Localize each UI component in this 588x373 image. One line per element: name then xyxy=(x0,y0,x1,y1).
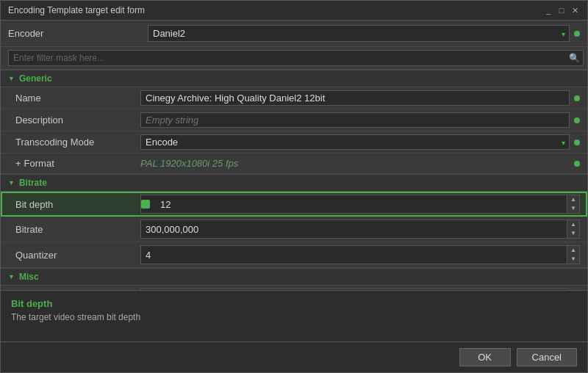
quantizer-label: Quantizer xyxy=(15,250,140,261)
quantizer-value: 4 xyxy=(141,248,567,262)
bitrate-increment-button[interactable]: ▲ xyxy=(567,220,579,229)
section-bitrate-label: Bitrate xyxy=(19,178,47,188)
section-generic[interactable]: ▼ Generic xyxy=(1,70,587,87)
quantizer-spinbox-buttons: ▲ ▼ xyxy=(567,246,579,264)
encoder-select-wrapper: Daniel2 ▾ xyxy=(148,25,570,42)
section-generic-triangle-icon: ▼ xyxy=(8,75,15,82)
quantizer-decrement-button[interactable]: ▼ xyxy=(567,255,579,264)
ok-button[interactable]: OK xyxy=(459,348,511,366)
info-title: Bit depth xyxy=(11,298,577,309)
quantizer-increment-button[interactable]: ▲ xyxy=(567,246,579,255)
minimize-button[interactable]: _ xyxy=(543,5,553,15)
filter-row: 🔍 xyxy=(1,47,587,70)
search-icon: 🔍 xyxy=(569,53,580,63)
name-row: Name xyxy=(1,87,587,109)
format-status-dot xyxy=(574,161,580,167)
format-row: + Format PAL 1920x1080i 25 fps xyxy=(1,153,587,174)
transcoding-mode-label: Transcoding Mode xyxy=(15,137,140,148)
bit-depth-row: Bit depth 12 ▲ ▼ xyxy=(1,192,587,217)
description-input[interactable] xyxy=(140,112,570,128)
close-button[interactable]: ✕ xyxy=(570,5,580,15)
section-misc[interactable]: ▼ Misc xyxy=(1,268,587,286)
section-misc-label: Misc xyxy=(19,272,39,282)
title-bar-controls: _ □ ✕ xyxy=(543,5,580,15)
name-status-dot xyxy=(574,95,580,101)
bit-depth-decrement-button[interactable]: ▼ xyxy=(567,204,579,213)
bitrate-decrement-button[interactable]: ▼ xyxy=(567,229,579,238)
name-input[interactable] xyxy=(140,90,570,106)
format-expand-icon[interactable]: + xyxy=(15,158,21,169)
bit-depth-spinbox: 12 ▲ ▼ xyxy=(140,195,580,214)
dialog-content: Encoder Daniel2 ▾ 🔍 ▼ Generic Name xyxy=(1,21,587,372)
dialog-title: Encoding Template target edit form xyxy=(8,5,145,15)
bitrate-spinbox-buttons: ▲ ▼ xyxy=(567,220,579,238)
bit-depth-label: Bit depth xyxy=(15,199,140,210)
transcoding-mode-status-dot xyxy=(574,140,580,145)
info-panel: Bit depth The target video stream bit de… xyxy=(1,290,587,341)
chroma-format-wrapper: Chroma422 ▾ xyxy=(140,289,570,290)
quantizer-spinbox: 4 ▲ ▼ xyxy=(140,245,580,264)
description-label: Description xyxy=(15,115,140,126)
bitrate-value: 300,000,000 xyxy=(141,222,567,236)
encoder-status-dot xyxy=(574,31,580,37)
bit-depth-increment-button[interactable]: ▲ xyxy=(567,195,579,204)
transcoding-mode-wrapper: Encode ▾ xyxy=(140,134,570,150)
bit-depth-spinbox-buttons: ▲ ▼ xyxy=(567,195,579,213)
dialog-footer: OK Cancel xyxy=(1,341,587,372)
section-misc-triangle-icon: ▼ xyxy=(8,273,15,280)
form-body: ▼ Generic Name Description Transcoding M… xyxy=(1,70,587,290)
description-status-dot xyxy=(574,117,580,123)
info-description: The target video stream bit depth xyxy=(11,312,577,322)
title-bar: Encoding Template target edit form _ □ ✕ xyxy=(1,1,587,21)
maximize-button[interactable]: □ xyxy=(556,5,567,15)
transcoding-mode-row: Transcoding Mode Encode ▾ xyxy=(1,131,587,153)
quantizer-row: Quantizer 4 ▲ ▼ xyxy=(1,242,587,268)
format-label-wrapper: + Format xyxy=(15,158,140,169)
name-label: Name xyxy=(15,93,140,104)
format-value: PAL 1920x1080i 25 fps xyxy=(140,158,570,169)
encoding-template-dialog: Encoding Template target edit form _ □ ✕… xyxy=(0,0,588,373)
section-bitrate-triangle-icon: ▼ xyxy=(8,179,15,186)
bit-depth-value: 12 xyxy=(156,198,567,211)
cancel-button[interactable]: Cancel xyxy=(517,348,577,366)
bit-depth-indicator xyxy=(141,200,150,209)
bitrate-spinbox: 300,000,000 ▲ ▼ xyxy=(140,220,580,239)
encoder-row: Encoder Daniel2 ▾ xyxy=(1,21,587,47)
transcoding-mode-select[interactable]: Encode xyxy=(140,134,570,150)
filter-input[interactable] xyxy=(8,50,584,66)
format-label: Format xyxy=(24,158,54,169)
bitrate-label: Bitrate xyxy=(15,224,140,235)
chroma-format-select[interactable]: Chroma422 xyxy=(140,289,570,290)
section-bitrate[interactable]: ▼ Bitrate xyxy=(1,174,587,192)
description-row: Description xyxy=(1,109,587,131)
encoder-select[interactable]: Daniel2 xyxy=(148,25,570,42)
bitrate-row: Bitrate 300,000,000 ▲ ▼ xyxy=(1,217,587,242)
encoder-label: Encoder xyxy=(8,28,148,39)
section-generic-label: Generic xyxy=(19,73,52,84)
